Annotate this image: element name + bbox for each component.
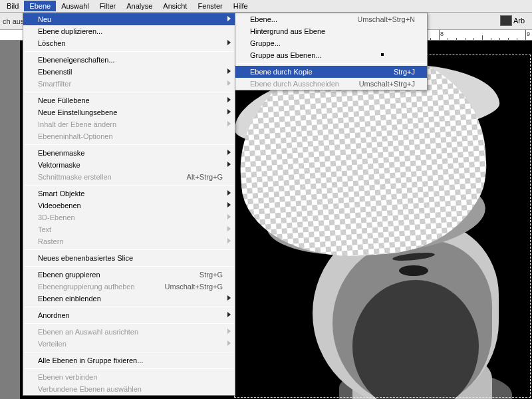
layer-menu-item-label: Ebene duplizieren... [38,27,223,35]
layer-menu-item[interactable]: Ebenenmaske [23,147,235,159]
layer-menu-dropdown: NeuEbene duplizieren...LöschenEbeneneige… [23,13,235,396]
chevron-right-icon [227,226,231,231]
layer-menu-item[interactable]: Ebenenstil [23,66,235,78]
layer-menu-item[interactable]: Anordnen [23,309,235,321]
layer-menu-item: Smartfilter [23,78,235,90]
layer-menu-item[interactable]: Ebenen einblenden [23,293,235,305]
layer-menu-item[interactable]: Alle Ebenen in Gruppe fixieren... [23,354,235,366]
neu-submenu-separator [237,63,426,64]
neu-submenu-item[interactable]: Gruppe aus Ebenen... [235,49,427,61]
layer-menu-item-label: Ebenen einblenden [38,295,223,303]
neu-submenu-item[interactable]: Ebene...Umschalt+Strg+N [235,13,427,25]
menu-bild[interactable]: Bild [1,1,24,11]
layer-menu-item-shortcut: Alt+Strg+G [187,173,223,181]
menu-auswahl[interactable]: Auswahl [56,1,94,11]
layer-menu-item-label: Alle Ebenen in Gruppe fixieren... [38,356,223,364]
layer-menu-item-label: Inhalt der Ebene ändern [38,120,223,128]
layer-menu-separator [25,368,233,369]
layer-menu-separator [25,144,233,145]
layer-menu-separator [25,185,233,186]
layer-menu-item-shortcut: Strg+G [200,271,223,279]
menu-ansicht[interactable]: Ansicht [158,1,192,11]
menu-fenster[interactable]: Fenster [192,1,227,11]
layer-menu-item: 3D-Ebenen [23,211,235,223]
neu-submenu-item-shortcut: Umschalt+Strg+J [359,80,415,88]
layer-menu-item-label: Neu [38,15,223,23]
layer-menu-item-label: Neues ebenenbasiertes Slice [38,254,223,262]
layer-menu-item: Ebenen an Auswahl ausrichten [23,326,235,338]
chevron-right-icon [227,40,231,45]
chevron-right-icon [227,295,231,301]
neu-submenu-item-label: Ebene... [250,15,338,23]
menu-filter[interactable]: Filter [94,1,121,11]
chevron-right-icon [227,162,231,167]
layer-menu-item-label: Text [38,225,223,233]
layer-menu-separator [25,249,233,250]
layer-menu-separator [25,307,233,307]
chevron-right-icon [227,238,231,243]
layer-menu-item-label: Ebenenmaske [38,149,223,157]
neu-submenu-item-label: Hintergrund aus Ebene [250,27,415,35]
chevron-right-icon [227,190,231,196]
neu-submenu-item[interactable]: Hintergrund aus Ebene [235,25,427,37]
layer-menu-item[interactable]: Videoebenen [23,200,235,211]
layer-menu-item: Schnittmaske erstellenAlt+Strg+G [23,171,235,183]
neu-submenu-item-label: Ebene durch Kopie [250,68,375,76]
layer-menu-item-shortcut: Umschalt+Strg+G [165,283,223,291]
layer-menu-item-label: Löschen [38,39,223,47]
transform-handle[interactable] [380,53,384,57]
layer-menu-separator [25,352,233,352]
transform-bounding-box[interactable] [234,55,531,398]
neu-submenu-item[interactable]: Gruppe... [235,37,427,49]
chevron-right-icon [227,109,231,114]
neu-submenu-item[interactable]: Ebene durch KopieStrg+J [235,66,427,78]
chevron-right-icon [227,329,231,334]
layer-menu-item-label: Vektormaske [38,161,223,169]
layer-menu-item[interactable]: Neue Einstellungsebene [23,106,235,118]
chevron-right-icon [227,68,231,74]
layer-menu-item[interactable]: Smart Objekte [23,188,235,200]
chevron-right-icon [227,80,231,86]
layer-menu-item-label: Smartfilter [38,80,223,88]
neu-submenu-item-label: Gruppe... [250,39,415,47]
layer-menu-item: Text [23,223,235,235]
layer-menu-item-label: Ebenen verbinden [38,373,223,381]
layer-menu-item[interactable]: Ebene duplizieren... [23,25,235,37]
layer-menu-item: Ebenengruppierung aufhebenUmschalt+Strg+… [23,281,235,293]
layer-menu-item: Ebenen verbinden [23,371,235,383]
menu-hilfe[interactable]: Hilfe [228,1,253,11]
neu-submenu-item-label: Ebene durch Ausschneiden [250,80,340,88]
layer-menu-item-label: Rastern [38,237,223,245]
layer-menu-item-label: Ebenen gruppieren [38,271,181,279]
neu-submenu-item-shortcut: Umschalt+Strg+N [357,15,415,23]
layer-menu-item-label: 3D-Ebenen [38,213,223,221]
layer-menu-item-label: Videoebenen [38,201,223,209]
layer-menu-item[interactable]: Neue Füllebene [23,94,235,106]
layer-menu-item-label: Neue Einstellungsebene [38,108,223,116]
chevron-right-icon [227,214,231,219]
layer-neu-submenu: Ebene...Umschalt+Strg+NHintergrund aus E… [235,13,428,90]
layer-menu-item[interactable]: Ebenen gruppierenStrg+G [23,269,235,281]
layer-menu-item[interactable]: Vektormaske [23,159,235,171]
neu-submenu-item-label: Gruppe aus Ebenen... [250,51,415,59]
layer-menu-item-label: Ebenenstil [38,68,223,76]
layer-menu-item: Rastern [23,235,235,247]
swatch-icon[interactable] [500,15,512,26]
layer-menu-item[interactable]: Löschen [23,37,235,49]
layer-menu-separator [25,266,233,267]
menubar: BildEbeneAuswahlFilterAnalyseAnsichtFens… [0,0,532,13]
layer-menu-item-label: Neue Füllebene [38,96,223,104]
neu-submenu-item: Ebene durch AusschneidenUmschalt+Strg+J [235,78,427,90]
menu-analyse[interactable]: Analyse [121,1,158,11]
layer-menu-separator [25,323,233,324]
layer-menu-item: Verbundene Ebenen auswählen [23,383,235,395]
layer-menu-item[interactable]: Neu [23,13,235,25]
layer-menu-item-label: Anordnen [38,311,223,319]
menu-ebene[interactable]: Ebene [24,1,56,11]
layer-menu-item[interactable]: Neues ebenenbasiertes Slice [23,252,235,264]
layer-menu-item-label: Ebeneneigenschaften... [38,56,223,64]
layer-menu-item[interactable]: Ebeneneigenschaften... [23,54,235,66]
chevron-right-icon [227,340,231,346]
layer-menu-separator [25,92,233,92]
layer-menu-item: Inhalt der Ebene ändern [23,118,235,130]
